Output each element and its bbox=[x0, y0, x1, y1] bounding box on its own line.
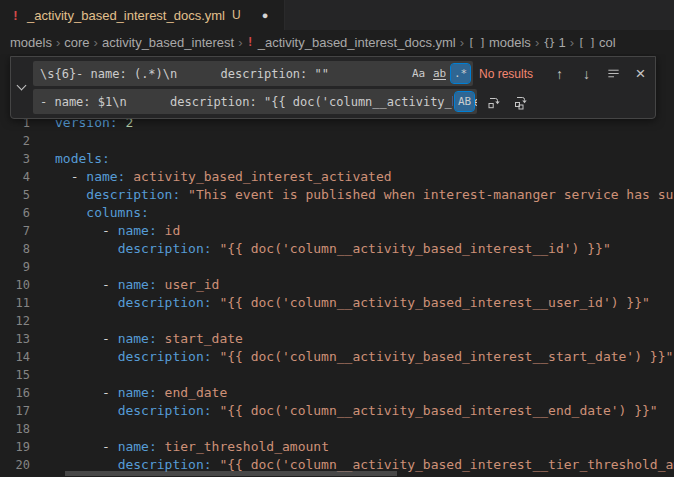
code-line[interactable]: 18 bbox=[0, 420, 674, 438]
code-line[interactable]: 13 - name: start_date bbox=[0, 330, 674, 348]
preserve-case-button[interactable]: AB bbox=[455, 92, 474, 111]
code-line-text: - name: user_id bbox=[30, 276, 219, 294]
code-token: "{{ doc('column__activity_based_interest… bbox=[219, 457, 674, 472]
horizontal-scrollbar[interactable] bbox=[65, 471, 397, 476]
toggle-replace-button[interactable] bbox=[11, 57, 32, 118]
unsaved-changes-dot[interactable]: ● bbox=[262, 9, 269, 21]
breadcrumb-item[interactable]: models bbox=[10, 35, 52, 50]
code-line-text: description: "{{ doc('column__activity_b… bbox=[30, 240, 611, 258]
replace-all-icon bbox=[513, 94, 529, 110]
code-token: tier_threshold_amount bbox=[165, 439, 329, 454]
next-match-button[interactable]: ↓ bbox=[576, 63, 597, 84]
breadcrumb-separator-icon: › bbox=[56, 35, 60, 50]
symbol-object-icon: {} bbox=[543, 36, 554, 49]
code-line-text: description: "{{ doc('column__activity_b… bbox=[30, 294, 650, 312]
replace-options: AB bbox=[453, 89, 474, 114]
find-in-selection-button[interactable] bbox=[603, 63, 624, 84]
code-line[interactable]: 17 description: "{{ doc('column__activit… bbox=[0, 402, 674, 420]
code-line[interactable]: 11 description: "{{ doc('column__activit… bbox=[0, 294, 674, 312]
breadcrumb-separator-icon: › bbox=[570, 35, 574, 50]
code-token: "{{ doc('column__activity_based_interest… bbox=[219, 349, 673, 364]
code-token: name: bbox=[118, 439, 157, 454]
code-line[interactable]: 8 description: "{{ doc('column__activity… bbox=[0, 240, 674, 258]
code-line[interactable]: 6 columns: bbox=[0, 204, 674, 222]
code-line[interactable]: 2 bbox=[0, 132, 674, 150]
code-line[interactable]: 4 - name: activity_based_interest_activa… bbox=[0, 168, 674, 186]
line-number[interactable]: 11 bbox=[0, 294, 30, 312]
find-replace-widget: \s{6}- name: (.*)\n description: "" Aa a… bbox=[10, 56, 656, 119]
code-token: "{{ doc('column__activity_based_interest… bbox=[219, 295, 649, 310]
breadcrumb-separator-icon: › bbox=[535, 35, 539, 50]
code-token: name: bbox=[118, 385, 157, 400]
line-number[interactable]: 12 bbox=[0, 312, 30, 330]
code-line[interactable]: 3models: bbox=[0, 150, 674, 168]
code-token: name: bbox=[118, 331, 157, 346]
breadcrumb-label: activity_based_interest bbox=[102, 35, 234, 50]
whole-word-button[interactable]: ab bbox=[430, 64, 449, 83]
code-line-text bbox=[30, 312, 55, 330]
code-line[interactable]: 14 description: "{{ doc('column__activit… bbox=[0, 348, 674, 366]
breadcrumb-item[interactable]: !_activity_based_interest_docs.yml bbox=[247, 35, 456, 50]
code-token: - bbox=[55, 439, 118, 454]
replace-button[interactable] bbox=[483, 91, 504, 112]
line-number[interactable]: 7 bbox=[0, 222, 30, 240]
code-token: "{{ doc('column__activity_based_interest… bbox=[219, 403, 657, 418]
code-token: description: bbox=[118, 349, 212, 364]
line-number[interactable]: 16 bbox=[0, 384, 30, 402]
line-number[interactable]: 5 bbox=[0, 186, 30, 204]
code-token: models: bbox=[55, 151, 110, 166]
line-number[interactable]: 8 bbox=[0, 240, 30, 258]
code-line[interactable]: 16 - name: end_date bbox=[0, 384, 674, 402]
code-line-text: description: "This event is published wh… bbox=[30, 186, 674, 204]
yaml-file-icon: ! bbox=[247, 35, 254, 49]
line-number[interactable]: 3 bbox=[0, 150, 30, 168]
breadcrumb-label: _activity_based_interest_docs.yml bbox=[258, 35, 456, 50]
code-line[interactable]: 10 - name: user_id bbox=[0, 276, 674, 294]
line-number[interactable]: 9 bbox=[0, 258, 30, 276]
code-token bbox=[55, 349, 118, 364]
close-icon[interactable]: × bbox=[630, 63, 651, 84]
line-number[interactable]: 17 bbox=[0, 402, 30, 420]
code-line[interactable]: 5 description: "This event is published … bbox=[0, 186, 674, 204]
code-line[interactable]: 15 bbox=[0, 366, 674, 384]
line-number[interactable]: 19 bbox=[0, 438, 30, 456]
breadcrumb-item[interactable]: activity_based_interest bbox=[102, 35, 234, 50]
code-line-text: columns: bbox=[30, 204, 149, 222]
line-number[interactable]: 18 bbox=[0, 420, 30, 438]
symbol-array-icon: [ ] bbox=[578, 36, 595, 49]
replace-input[interactable]: - name: $1\n description: "{{ doc('colum… bbox=[33, 89, 477, 114]
code-line[interactable]: 19 - name: tier_threshold_amount bbox=[0, 438, 674, 456]
match-case-button[interactable]: Aa bbox=[409, 64, 428, 83]
code-line[interactable]: 9 bbox=[0, 258, 674, 276]
code-line[interactable]: 12 bbox=[0, 312, 674, 330]
breadcrumb-item[interactable]: [ ]col bbox=[578, 35, 616, 50]
line-number[interactable]: 13 bbox=[0, 330, 30, 348]
selection-icon bbox=[606, 66, 621, 81]
code-token: - bbox=[55, 277, 118, 292]
line-number[interactable]: 10 bbox=[0, 276, 30, 294]
find-input[interactable]: \s{6}- name: (.*)\n description: "" Aa a… bbox=[33, 61, 473, 86]
line-number[interactable]: 20 bbox=[0, 456, 30, 474]
line-number[interactable]: 6 bbox=[0, 204, 30, 222]
breadcrumb: models›core›activity_based_interest›!_ac… bbox=[0, 30, 674, 54]
code-line-text bbox=[30, 366, 55, 384]
line-number[interactable]: 4 bbox=[0, 168, 30, 186]
code-token: "This event is published when interest-m… bbox=[188, 187, 674, 202]
breadcrumb-item[interactable]: {}1 bbox=[543, 35, 565, 50]
code-token bbox=[55, 295, 118, 310]
line-number[interactable]: 14 bbox=[0, 348, 30, 366]
code-token bbox=[55, 457, 118, 472]
regex-button[interactable]: .* bbox=[451, 64, 470, 83]
code-token: end_date bbox=[165, 385, 228, 400]
editor-tab[interactable]: ! _activity_based_interest_docs.yml U ● bbox=[0, 0, 285, 30]
replace-all-button[interactable] bbox=[510, 91, 531, 112]
code-area[interactable]: 1version: 223models:4 - name: activity_b… bbox=[0, 114, 674, 474]
code-line[interactable]: 7 - name: id bbox=[0, 222, 674, 240]
previous-match-button[interactable]: ↑ bbox=[549, 63, 570, 84]
breadcrumb-item[interactable]: core bbox=[64, 35, 89, 50]
breadcrumb-item[interactable]: [ ]models bbox=[468, 35, 531, 50]
replace-text: - name: $1\n description: "{{ doc('colum… bbox=[33, 95, 477, 109]
line-number[interactable]: 2 bbox=[0, 132, 30, 150]
line-number[interactable]: 15 bbox=[0, 366, 30, 384]
code-token bbox=[55, 241, 118, 256]
